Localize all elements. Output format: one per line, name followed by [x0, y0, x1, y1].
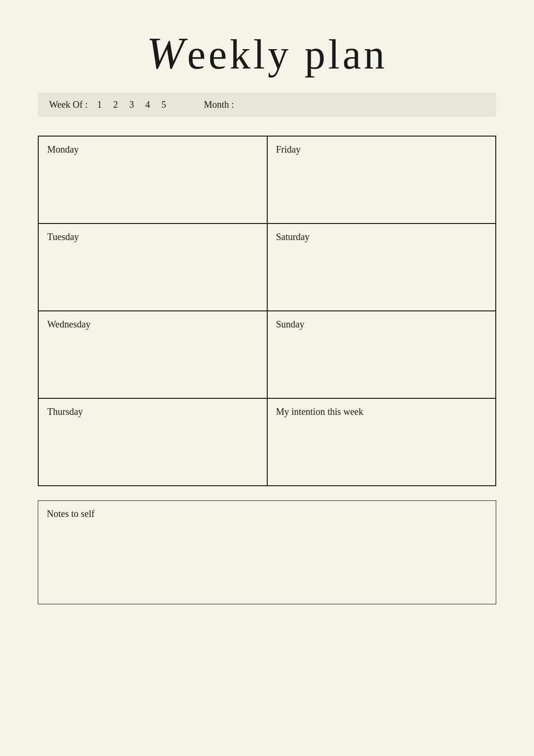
friday-cell[interactable]: Friday: [267, 136, 496, 223]
monday-cell[interactable]: Monday: [38, 136, 267, 223]
intention-label: My intention this week: [276, 406, 487, 417]
title-rest: eekly plan: [187, 32, 387, 77]
week-num-3[interactable]: 3: [129, 99, 134, 110]
tuesday-label: Tuesday: [47, 232, 258, 242]
sunday-cell[interactable]: Sunday: [267, 311, 496, 398]
week-num-5[interactable]: 5: [161, 99, 166, 110]
monday-label: Monday: [47, 144, 258, 155]
wednesday-label: Wednesday: [47, 319, 258, 330]
week-bar: Week Of : 1 2 3 4 5 Month :: [38, 93, 496, 117]
notes-section[interactable]: Notes to self: [38, 500, 496, 604]
intention-cell[interactable]: My intention this week: [267, 398, 496, 486]
week-num-4[interactable]: 4: [145, 99, 150, 110]
page: Weekly plan Week Of : 1 2 3 4 5 Month : …: [0, 0, 534, 756]
week-num-2[interactable]: 2: [113, 99, 118, 110]
week-numbers: 1 2 3 4 5: [97, 99, 166, 110]
days-grid: Monday Friday Tuesday Saturday Wednesday…: [38, 136, 496, 486]
month-label: Month :: [204, 99, 234, 110]
page-title: Weekly plan: [38, 28, 496, 78]
notes-label: Notes to self: [47, 508, 487, 519]
week-of-label: Week Of :: [49, 99, 88, 110]
thursday-cell[interactable]: Thursday: [38, 398, 267, 486]
wednesday-cell[interactable]: Wednesday: [38, 311, 267, 398]
sunday-label: Sunday: [276, 319, 487, 330]
title-area: Weekly plan: [38, 28, 496, 78]
thursday-label: Thursday: [47, 406, 258, 417]
friday-label: Friday: [276, 144, 487, 155]
saturday-label: Saturday: [276, 232, 487, 242]
tuesday-cell[interactable]: Tuesday: [38, 223, 267, 311]
week-num-1[interactable]: 1: [97, 99, 102, 110]
saturday-cell[interactable]: Saturday: [267, 223, 496, 311]
title-script: W: [146, 28, 187, 78]
